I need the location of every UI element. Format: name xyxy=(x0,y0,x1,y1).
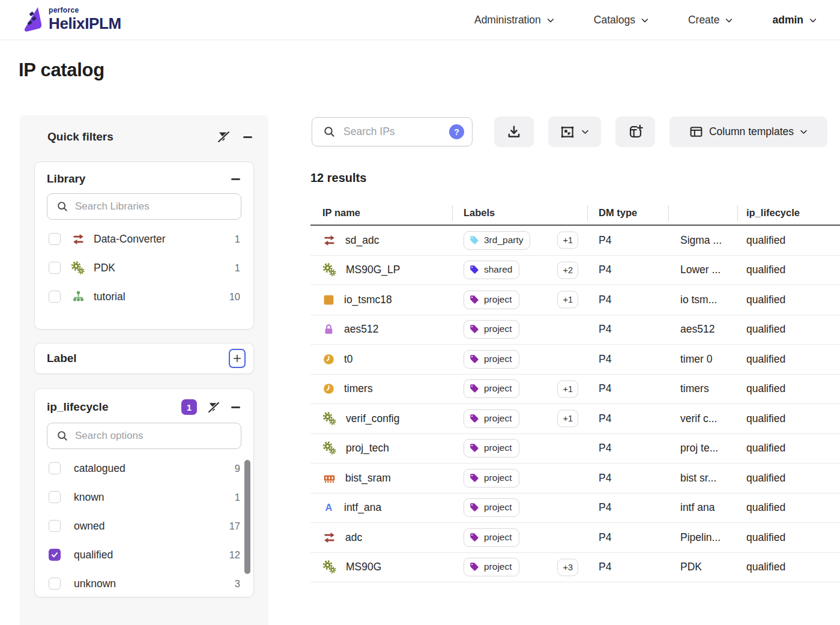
column-header-labels[interactable]: Labels xyxy=(452,201,587,225)
add-column-button[interactable] xyxy=(615,116,655,147)
lifecycle-value: qualified xyxy=(746,234,785,247)
column-header-ip-name[interactable]: IP name xyxy=(310,201,452,225)
label-chip-text: project xyxy=(484,383,512,394)
description: Lower ... xyxy=(680,264,721,276)
lifecycle-cell: qualified xyxy=(737,442,840,454)
label-chip[interactable]: shared xyxy=(464,261,519,279)
column-header-label: ip_lifecycle xyxy=(746,207,800,219)
table-row[interactable]: proj_techprojectP4proj te...qualified xyxy=(310,434,840,464)
label-chip[interactable]: project xyxy=(464,350,519,369)
checkbox-unchecked[interactable] xyxy=(49,578,61,590)
extra-labels-chip[interactable]: +2 xyxy=(557,261,578,279)
nav-item-create[interactable]: Create xyxy=(688,14,734,26)
dm-type: P4 xyxy=(599,472,611,485)
library-title: Library xyxy=(47,172,85,186)
label-chip[interactable]: project xyxy=(464,291,519,309)
help-icon[interactable]: ? xyxy=(449,124,464,139)
collapse-library-icon[interactable] xyxy=(231,178,240,180)
table-row[interactable]: aes512projectP4aes512qualified xyxy=(310,315,840,345)
checkbox-unchecked[interactable] xyxy=(49,520,61,532)
filter-option-known[interactable]: known1 xyxy=(35,483,253,512)
ip-name: timers xyxy=(344,382,373,395)
lifecycle-search xyxy=(47,423,241,449)
extra-labels-chip[interactable]: +1 xyxy=(557,380,578,397)
checkbox-unchecked[interactable] xyxy=(49,291,61,303)
ip-name-cell: bist_sram xyxy=(310,472,452,485)
table-row[interactable]: bist_sramprojectP4bist sr...qualified xyxy=(310,463,840,494)
column-header-dm-type[interactable]: DM type xyxy=(587,201,668,225)
collapse-panel-icon[interactable] xyxy=(243,136,252,138)
search-icon xyxy=(56,429,69,442)
checkbox-unchecked[interactable] xyxy=(49,233,61,245)
tag-icon xyxy=(470,503,479,512)
extra-labels-chip[interactable]: +1 xyxy=(557,410,578,427)
gears-icon xyxy=(71,261,85,275)
label-chip[interactable]: project xyxy=(464,558,519,576)
nav-item-admin[interactable]: admin xyxy=(772,14,817,26)
label-chip-text: project xyxy=(484,294,512,305)
brand-logo[interactable]: perforce HelixIPLM xyxy=(20,5,121,33)
extra-labels-chip[interactable]: +1 xyxy=(557,232,578,249)
label-chip[interactable]: project xyxy=(464,320,519,339)
search-icon xyxy=(322,125,336,139)
lifecycle-cell: qualified xyxy=(737,561,840,573)
search-ips-input[interactable] xyxy=(343,125,449,138)
add-label-filter-button[interactable] xyxy=(229,349,246,368)
lifecycle-cell: qualified xyxy=(737,323,840,336)
collapse-lifecycle-icon[interactable] xyxy=(231,406,240,408)
description-cell: intf ana xyxy=(668,501,737,514)
tag-icon xyxy=(470,384,479,393)
checkbox-checked[interactable] xyxy=(49,549,61,561)
description: timers xyxy=(680,382,709,395)
scrollbar-thumb[interactable] xyxy=(244,460,250,574)
table-row[interactable]: timersproject+1P4timersqualified xyxy=(310,375,840,405)
ip-name-cell: MS90G_LP xyxy=(310,263,452,277)
table-row[interactable]: MS90G_LPshared+2P4Lower ...qualified xyxy=(310,256,840,286)
label-chip[interactable]: project xyxy=(464,528,519,547)
clear-lifecycle-filter-icon[interactable] xyxy=(207,400,221,414)
labels-cell: project+3 xyxy=(452,558,587,576)
clear-filters-icon[interactable] xyxy=(217,130,231,144)
lifecycle-search-input[interactable] xyxy=(75,430,234,442)
checkbox-unchecked[interactable] xyxy=(49,462,61,474)
column-templates-button[interactable]: Column templates xyxy=(669,116,827,147)
column-header-blank[interactable] xyxy=(668,201,737,225)
labels-cell: project xyxy=(452,320,587,339)
table-row[interactable]: t0projectP4timer 0qualified xyxy=(310,345,840,375)
table-row[interactable]: sd_adc3rd_party+1P4Sigma ...qualified xyxy=(310,226,840,256)
label-chip[interactable]: project xyxy=(464,498,519,517)
label-chip[interactable]: project xyxy=(464,409,519,428)
library-list: Data-Converter1PDK1tutorial10 xyxy=(35,225,253,311)
filter-option-qualified[interactable]: qualified12 xyxy=(35,540,253,569)
label-chip[interactable]: project xyxy=(464,379,519,398)
column-header-ip-lifecycle[interactable]: ip_lifecycle xyxy=(737,201,840,225)
label-chip[interactable]: project xyxy=(464,469,519,488)
tag-icon xyxy=(470,562,479,572)
checkbox-unchecked[interactable] xyxy=(49,262,61,274)
image-view-button[interactable] xyxy=(548,116,601,147)
download-button[interactable] xyxy=(494,116,534,147)
label-chip[interactable]: project xyxy=(464,439,519,457)
dm-type: P4 xyxy=(599,412,611,425)
filter-option-data-converter[interactable]: Data-Converter1 xyxy=(35,225,253,253)
extra-labels-chip[interactable]: +1 xyxy=(557,291,578,309)
extra-labels-chip[interactable]: +3 xyxy=(557,558,578,576)
checkbox-unchecked[interactable] xyxy=(49,491,61,503)
label-chip[interactable]: 3rd_party xyxy=(464,231,530,250)
dm-type-cell: P4 xyxy=(587,501,668,514)
filter-option-pdk[interactable]: PDK1 xyxy=(35,253,253,282)
filter-option-count: 1 xyxy=(235,234,240,245)
table-row[interactable]: adcprojectP4Pipelin...qualified xyxy=(310,523,840,553)
table-row[interactable]: MS90Gproject+3P4PDKqualified xyxy=(310,553,840,583)
filter-option-owned[interactable]: owned17 xyxy=(35,512,253,540)
nav-item-administration[interactable]: Administration xyxy=(474,14,555,26)
filter-option-tutorial[interactable]: tutorial10 xyxy=(35,282,253,311)
table-row[interactable]: Aintf_anaprojectP4intf anaqualified xyxy=(310,494,840,524)
filter-option-catalogued[interactable]: catalogued9 xyxy=(35,454,253,483)
lifecycle-cell: qualified xyxy=(737,234,840,247)
library-search-input[interactable] xyxy=(75,201,234,213)
table-row[interactable]: io_tsmc18project+1P4io tsm...qualified xyxy=(310,285,840,315)
nav-item-catalogs[interactable]: Catalogs xyxy=(594,14,649,26)
table-row[interactable]: verif_configproject+1P4verif c...qualifi… xyxy=(310,404,840,434)
filter-option-unknown[interactable]: unknown3 xyxy=(35,569,253,597)
